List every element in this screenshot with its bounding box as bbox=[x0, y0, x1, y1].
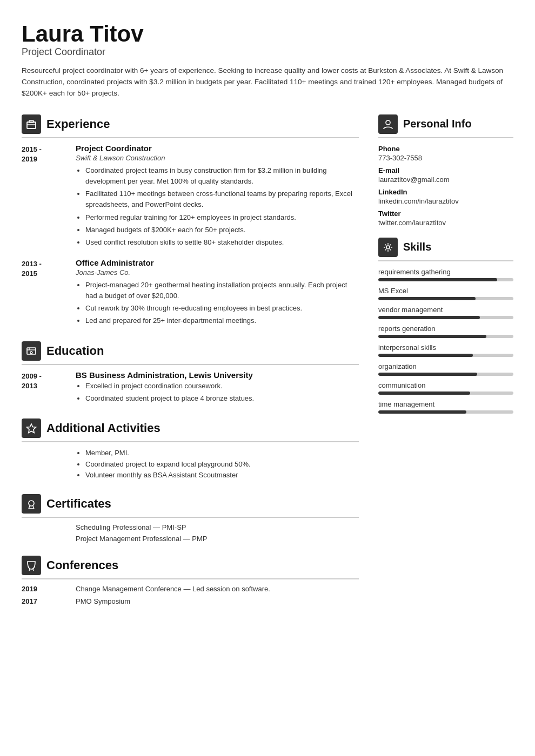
experience-section-header: Experience bbox=[22, 114, 359, 138]
exp-bullet: Performed regular training for 120+ empl… bbox=[85, 212, 359, 223]
skill-item-3: reports generation bbox=[378, 325, 513, 338]
skills-title: Skills bbox=[403, 241, 431, 253]
pi-label-1: E-mail bbox=[378, 166, 513, 174]
edu-bullet: Excelled in project coordination coursew… bbox=[85, 381, 359, 392]
exp-jobtitle-0: Project Coordinator bbox=[76, 144, 359, 153]
svg-rect-0 bbox=[27, 122, 36, 129]
education-title: Education bbox=[46, 344, 104, 358]
personal-info-fields: Phone 773-302-7558 E-mail lauraztitov@gm… bbox=[378, 145, 513, 227]
exp-bullet: Facilitated 110+ meetings between cross-… bbox=[85, 188, 359, 210]
exp-bullet: Led and prepared for 25+ inter-departmen… bbox=[85, 315, 359, 326]
skill-name-3: reports generation bbox=[378, 325, 513, 333]
exp-bullet: Cut rework by 30% through re-educating e… bbox=[85, 303, 359, 314]
skill-name-6: communication bbox=[378, 381, 513, 389]
experience-title: Experience bbox=[46, 117, 110, 131]
edu-dates-0: 2009 -2013 bbox=[22, 370, 76, 406]
skill-name-7: time management bbox=[378, 400, 513, 408]
skill-bar-fill-5 bbox=[378, 373, 477, 376]
activities-list: Member, PMI. Coordinated project to expa… bbox=[22, 448, 359, 481]
skill-bar-bg-3 bbox=[378, 335, 513, 338]
svg-rect-1 bbox=[29, 120, 34, 123]
education-entry-0: 2009 -2013 BS Business Administration, L… bbox=[22, 370, 359, 406]
skill-item-1: MS Excel bbox=[378, 287, 513, 300]
skill-name-1: MS Excel bbox=[378, 287, 513, 295]
skill-item-4: interpersonal skills bbox=[378, 343, 513, 357]
exp-jobtitle-1: Office Administrator bbox=[76, 258, 359, 267]
pi-label-0: Phone bbox=[378, 145, 513, 153]
header-summary: Resourceful project coordinator with 6+ … bbox=[22, 65, 513, 99]
exp-bullet: Coordinated project teams in busy constr… bbox=[85, 165, 359, 187]
header-title: Project Coordinator bbox=[22, 46, 513, 58]
edu-content-0: BS Business Administration, Lewis Univer… bbox=[76, 370, 359, 406]
education-icon bbox=[22, 341, 41, 361]
exp-content-1: Office Administrator Jonas-James Co. Pro… bbox=[76, 258, 359, 328]
skill-item-5: organization bbox=[378, 362, 513, 376]
exp-company-0: Swift & Lawson Construction bbox=[76, 154, 359, 162]
skill-item-0: requirements gathering bbox=[378, 268, 513, 281]
exp-bullets-0: Coordinated project teams in busy constr… bbox=[76, 165, 359, 248]
pi-label-2: LinkedIn bbox=[378, 188, 513, 196]
skill-name-0: requirements gathering bbox=[378, 268, 513, 276]
conf-year-1: 2017 bbox=[22, 597, 76, 605]
personal-info-header: Personal Info bbox=[378, 114, 513, 138]
education-section-header: Education bbox=[22, 341, 359, 365]
skill-name-2: vendor management bbox=[378, 306, 513, 314]
conf-text-0: Change Management Conference — Led sessi… bbox=[76, 585, 270, 593]
skill-name-5: organization bbox=[378, 362, 513, 370]
right-column: Personal Info Phone 773-302-7558 E-mail … bbox=[378, 114, 513, 610]
conf-year-0: 2019 bbox=[22, 585, 76, 593]
conference-entry-0: 2019 Change Management Conference — Led … bbox=[22, 585, 359, 593]
conferences-icon bbox=[22, 556, 41, 575]
exp-bullet: Used conflict resolution skills to settl… bbox=[85, 237, 359, 248]
svg-point-12 bbox=[386, 120, 390, 125]
activities-title: Additional Activities bbox=[46, 421, 160, 435]
svg-marker-7 bbox=[27, 424, 36, 433]
education-entries: 2009 -2013 BS Business Administration, L… bbox=[22, 370, 359, 406]
edu-bullets-0: Excelled in project coordination coursew… bbox=[76, 381, 359, 404]
conferences-section-header: Conferences bbox=[22, 556, 359, 579]
skills-icon bbox=[378, 238, 398, 257]
personal-info-title: Personal Info bbox=[403, 118, 472, 130]
exp-bullets-1: Project-managed 20+ geothermal heating i… bbox=[76, 280, 359, 327]
activities-icon bbox=[22, 418, 41, 438]
svg-point-13 bbox=[386, 246, 390, 249]
cert-item-0: Scheduling Professional — PMI-SP bbox=[22, 523, 359, 531]
skill-item-6: communication bbox=[378, 381, 513, 395]
skill-bar-fill-3 bbox=[378, 335, 486, 338]
skill-bar-bg-7 bbox=[378, 410, 513, 414]
pi-value-0: 773-302-7558 bbox=[378, 154, 513, 162]
exp-dates-1: 2013 -2015 bbox=[22, 258, 76, 328]
certificates-icon bbox=[22, 494, 41, 514]
experience-entry-1: 2013 -2015 Office Administrator Jonas-Ja… bbox=[22, 258, 359, 328]
skill-bar-fill-1 bbox=[378, 297, 476, 300]
skill-bar-bg-5 bbox=[378, 373, 513, 376]
edu-bullet: Coordinated student project to place 4 b… bbox=[85, 393, 359, 404]
svg-rect-3 bbox=[27, 348, 36, 354]
conf-text-1: PMO Symposium bbox=[76, 597, 130, 605]
skill-bar-fill-7 bbox=[378, 410, 466, 414]
skill-name-4: interpersonal skills bbox=[378, 343, 513, 352]
skill-bar-fill-2 bbox=[378, 316, 480, 319]
svg-point-8 bbox=[29, 501, 34, 506]
header: Laura Titov Project Coordinator Resource… bbox=[22, 22, 513, 99]
svg-point-6 bbox=[30, 352, 32, 354]
activity-bullet: Volunteer monthly as BSA Assistant Scout… bbox=[85, 470, 359, 481]
certificates-list: Scheduling Professional — PMI-SP Project… bbox=[22, 523, 359, 543]
exp-company-1: Jonas-James Co. bbox=[76, 268, 359, 276]
experience-icon bbox=[22, 114, 41, 134]
exp-bullet: Managed budgets of $200K+ each for 50+ p… bbox=[85, 225, 359, 235]
header-name: Laura Titov bbox=[22, 22, 513, 46]
edu-degree-0: BS Business Administration, Lewis Univer… bbox=[76, 370, 359, 380]
certificates-section-header: Certificates bbox=[22, 494, 359, 518]
left-column: Experience 2015 -2019 Project Coordinato… bbox=[22, 114, 359, 610]
certificates-title: Certificates bbox=[46, 497, 111, 511]
skill-bar-fill-0 bbox=[378, 278, 497, 281]
pi-value-1: lauraztitov@gmail.com bbox=[378, 176, 513, 184]
skill-bar-bg-6 bbox=[378, 392, 513, 395]
skills-section-header: Skills bbox=[378, 238, 513, 261]
cert-item-1: Project Management Professional — PMP bbox=[22, 535, 359, 543]
skills-list: requirements gathering MS Excel vendor m… bbox=[378, 268, 513, 414]
experience-entry-0: 2015 -2019 Project Coordinator Swift & L… bbox=[22, 144, 359, 249]
exp-dates-0: 2015 -2019 bbox=[22, 144, 76, 249]
skill-bar-fill-6 bbox=[378, 392, 470, 395]
